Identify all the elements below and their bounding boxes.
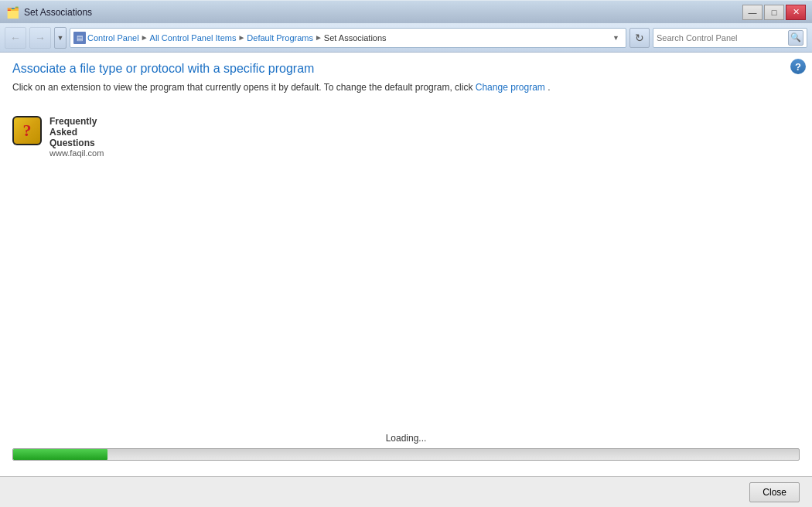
window-icon: 🗂️ [6,6,19,19]
breadcrumb-set-associations: Set Associations [324,33,387,43]
progress-bar-fill [13,449,107,460]
bottom-bar: Close [0,476,812,507]
close-button[interactable]: Close [749,482,800,502]
faq-icon-inner: ? [14,117,40,144]
navigation-bar: ← → ▼ ▤ Control Panel ► All Control Pane… [0,23,812,53]
description-text-after: . [548,82,550,93]
page-title: Associate a file type or protocol with a… [12,62,800,76]
address-icon: ▤ [73,32,86,44]
breadcrumb-sep-3: ► [315,33,322,42]
progress-bar-container [12,448,800,461]
main-content: ? Associate a file type or protocol with… [0,53,812,476]
forward-button[interactable]: → [29,27,51,49]
loading-text: Loading... [386,433,427,444]
breadcrumb-default-programs[interactable]: Default Programs [247,33,313,43]
breadcrumb: Control Panel ► All Control Panel Items … [87,33,387,43]
description-text-before: Click on an extension to view the progra… [12,82,473,93]
faq-icon: ? [12,116,42,145]
faq-text: Frequently Asked Questions www.faqil.com [49,116,104,158]
faq-url: www.faqil.com [49,148,104,158]
search-input[interactable] [657,33,788,43]
search-box[interactable]: 🔍 [653,28,807,48]
loading-area: Loading... [12,433,800,461]
minimize-button[interactable]: — [742,5,763,20]
window-title: Set Associations [24,7,92,18]
refresh-button[interactable]: ↻ [629,28,650,48]
title-bar: 🗂️ Set Associations — □ ✕ [0,0,812,23]
breadcrumb-all-items[interactable]: All Control Panel Items [150,33,237,43]
title-bar-controls: — □ ✕ [742,5,806,20]
breadcrumb-sep-1: ► [141,33,148,42]
address-bar[interactable]: ▤ Control Panel ► All Control Panel Item… [70,28,626,48]
search-button[interactable]: 🔍 [788,30,803,46]
maximize-button[interactable]: □ [764,5,784,20]
faq-label-line2: Asked [49,127,104,138]
title-bar-left: 🗂️ Set Associations [6,6,92,19]
breadcrumb-control-panel[interactable]: Control Panel [87,33,139,43]
window-close-button[interactable]: ✕ [786,5,806,20]
help-button[interactable]: ? [790,59,806,74]
faq-label-line1: Frequently [49,116,104,127]
page-description: Click on an extension to view the progra… [12,82,800,93]
faq-question-mark: ? [23,122,32,139]
change-program-link[interactable]: Change program [476,82,545,93]
faq-label-line3: Questions [49,138,104,148]
back-button[interactable]: ← [5,27,26,49]
breadcrumb-sep-2: ► [237,33,245,42]
faq-item: ? Frequently Asked Questions www.faqil.c… [12,116,800,158]
nav-dropdown-button[interactable]: ▼ [54,27,67,49]
address-dropdown-button[interactable]: ▼ [609,34,623,42]
